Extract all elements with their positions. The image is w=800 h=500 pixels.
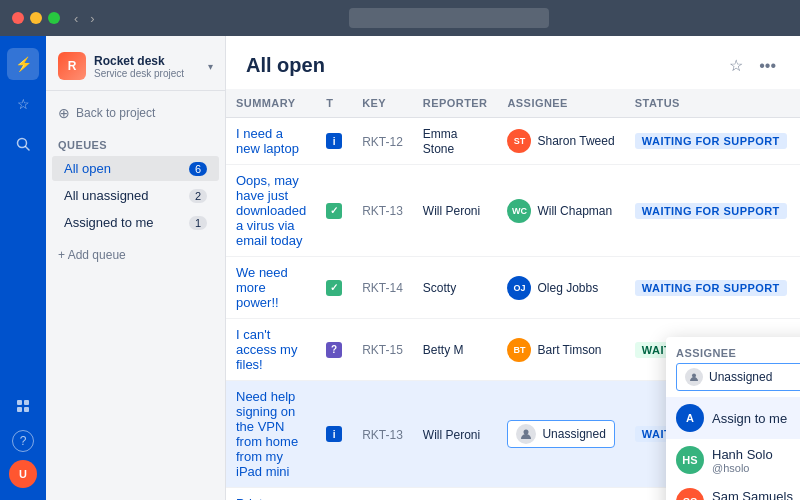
reporter-cell: Betty M — [413, 319, 498, 381]
col-key[interactable]: Key — [352, 89, 413, 118]
issue-key: RKT-12 — [362, 135, 403, 149]
reporter-cell: Will Peroni — [413, 381, 498, 488]
all-unassigned-badge: 2 — [189, 189, 207, 203]
issue-link[interactable]: Printer on L3 is broken — [236, 496, 292, 500]
star-icon-button[interactable]: ☆ — [725, 52, 747, 79]
queues-label: Queues — [46, 135, 225, 155]
forward-nav-button[interactable]: › — [86, 9, 98, 28]
type-icon: ✓ — [326, 203, 342, 219]
sidebar-item-all-unassigned[interactable]: All unassigned 2 — [52, 183, 219, 208]
type-cell: ✓ — [316, 257, 352, 319]
nav-search-icon[interactable] — [7, 128, 39, 160]
sidebar: R Rocket desk Service desk project ▾ ⊕ B… — [46, 36, 226, 500]
summary-cell: Printer on L3 is broken — [226, 488, 316, 501]
type-cell: i — [316, 488, 352, 501]
issue-link[interactable]: I can't access my files! — [236, 327, 297, 372]
nav-rail: ⚡ ☆ ? U — [0, 36, 46, 500]
assignee-name: Sharon Tweed — [537, 134, 614, 148]
issue-key: RKT-13 — [362, 204, 403, 218]
table-row[interactable]: We need more power!! ✓ RKT-14 Scotty OJ … — [226, 257, 800, 319]
avatar: BT — [507, 338, 531, 362]
reporter-cell: Scotty — [413, 257, 498, 319]
unassigned-button[interactable]: Unassigned — [507, 420, 614, 448]
dropdown-item-name: Sam Samuels — [712, 489, 793, 501]
dropdown-item[interactable]: SS Sam Samuels @ssamuels — [666, 481, 800, 500]
user-avatar[interactable]: U — [9, 460, 37, 488]
sidebar-item-all-open[interactable]: All open 6 — [52, 156, 219, 181]
reporter-name: Scotty — [423, 281, 456, 295]
nav-arrows: ‹ › — [70, 9, 99, 28]
type-cell: i — [316, 381, 352, 488]
title-bar: ‹ › cloud.atlassian.net — [0, 0, 800, 36]
svg-rect-3 — [24, 400, 29, 405]
reporter-name: Betty M — [423, 343, 464, 357]
key-cell: RKT-13 — [352, 165, 413, 257]
type-cell: ? — [316, 319, 352, 381]
issue-link[interactable]: Need help signing on the VPN from home f… — [236, 389, 298, 479]
dropdown-input-wrap — [676, 363, 800, 391]
col-reporter[interactable]: Reporter — [413, 89, 498, 118]
back-icon: ⊕ — [58, 105, 70, 121]
assignee-name: Oleg Jobbs — [537, 281, 598, 295]
summary-cell: Need help signing on the VPN from home f… — [226, 381, 316, 488]
summary-cell: We need more power!! — [226, 257, 316, 319]
maximize-button[interactable] — [48, 12, 60, 24]
issue-link[interactable]: Oops, may have just downloaded a virus v… — [236, 173, 306, 248]
nav-star-icon[interactable]: ☆ — [7, 88, 39, 120]
more-options-button[interactable]: ••• — [755, 53, 780, 79]
avatar: OJ — [507, 276, 531, 300]
nav-grid-icon[interactable] — [7, 390, 39, 422]
svg-rect-5 — [24, 407, 29, 412]
main-content: All open ☆ ••• Summary T Key Reporter As… — [226, 36, 800, 500]
add-queue-button[interactable]: + Add queue — [46, 240, 225, 270]
dropdown-item[interactable]: HS Hanh Solo @hsolo — [666, 439, 800, 481]
sidebar-collapse-icon[interactable]: ▾ — [208, 61, 213, 72]
col-status[interactable]: Status — [625, 89, 800, 118]
dropdown-item-info: Hanh Solo @hsolo — [712, 447, 773, 474]
dropdown-item[interactable]: A Assign to me — [666, 397, 800, 439]
col-assignee[interactable]: Assignee — [497, 89, 624, 118]
table-row[interactable]: I need a new laptop i RKT-12 Emma Stone … — [226, 118, 800, 165]
reporter-cell: Betty M — [413, 488, 498, 501]
nav-help-icon[interactable]: ? — [12, 430, 34, 452]
issue-key: RKT-15 — [362, 343, 403, 357]
col-type[interactable]: T — [316, 89, 352, 118]
status-cell: WAITING FOR SUPPORT — [625, 165, 800, 257]
type-cell: ✓ — [316, 165, 352, 257]
address-bar: cloud.atlassian.net — [111, 8, 788, 28]
assignee-td: WC Will Chapman — [497, 165, 624, 257]
main-header: All open ☆ ••• — [226, 36, 800, 89]
dropdown-item-info: Assign to me — [712, 411, 787, 426]
avatar: WC — [507, 199, 531, 223]
assignee-dropdown: Assignee A Assign to me — [666, 337, 800, 500]
type-icon: ? — [326, 342, 342, 358]
summary-cell: Oops, may have just downloaded a virus v… — [226, 165, 316, 257]
svg-point-6 — [524, 430, 529, 435]
nav-lightning-icon[interactable]: ⚡ — [7, 48, 39, 80]
dropdown-item-name: Hanh Solo — [712, 447, 773, 462]
assignee-cell: BT Bart Timson — [507, 338, 614, 362]
summary-cell: I need a new laptop — [226, 118, 316, 165]
back-to-project-button[interactable]: ⊕ Back to project — [46, 99, 225, 127]
dropdown-item-info: Sam Samuels @ssamuels — [712, 489, 793, 501]
dropdown-avatar-icon — [685, 368, 703, 386]
type-cell: i — [316, 118, 352, 165]
table-row[interactable]: Oops, may have just downloaded a virus v… — [226, 165, 800, 257]
key-cell: RKT-12 — [352, 118, 413, 165]
assignee-search-input[interactable] — [709, 370, 800, 384]
svg-point-8 — [692, 374, 696, 378]
col-summary[interactable]: Summary — [226, 89, 316, 118]
issues-table-container: Summary T Key Reporter Assignee Status C… — [226, 89, 800, 500]
sidebar-item-assigned-to-me[interactable]: Assigned to me 1 — [52, 210, 219, 235]
minimize-button[interactable] — [30, 12, 42, 24]
reporter-cell: Emma Stone — [413, 118, 498, 165]
close-button[interactable] — [12, 12, 24, 24]
back-nav-button[interactable]: ‹ — [70, 9, 82, 28]
url-input[interactable]: cloud.atlassian.net — [349, 8, 549, 28]
type-icon: i — [326, 426, 342, 442]
issue-link[interactable]: We need more power!! — [236, 265, 288, 310]
assigned-to-me-badge: 1 — [189, 216, 207, 230]
dropdown-item-handle: @hsolo — [712, 462, 773, 474]
traffic-lights — [12, 12, 60, 24]
issue-link[interactable]: I need a new laptop — [236, 126, 299, 156]
